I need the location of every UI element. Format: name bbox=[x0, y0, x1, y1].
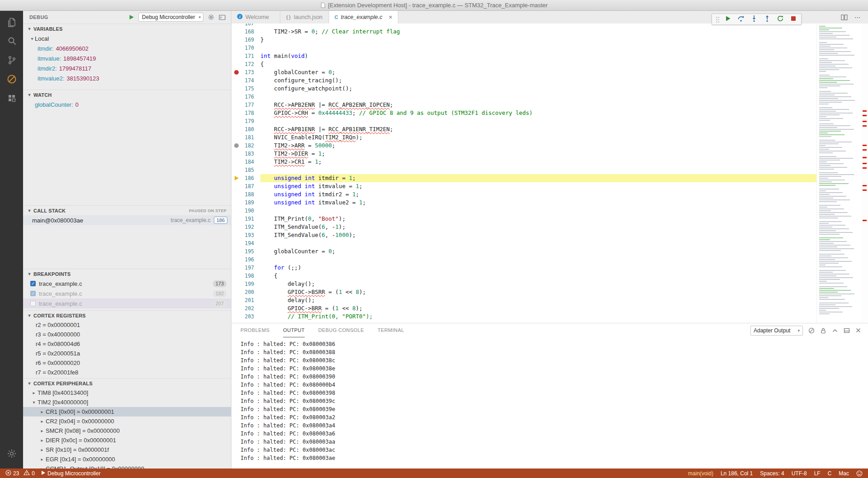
peripheral-register-row[interactable]: ▸CR2 [0x04] = 0x00000000 bbox=[23, 416, 231, 426]
editor-gutter[interactable]: 196 bbox=[231, 256, 260, 264]
stack-frame-row[interactable]: main@0x080003aetrace_example.c186 bbox=[23, 215, 231, 225]
peripheral-row[interactable]: ▸TIM8 [0x40013400] bbox=[23, 388, 231, 398]
clear-output-icon[interactable] bbox=[808, 327, 815, 334]
breakpoint-row[interactable]: trace_example.c207 bbox=[23, 298, 231, 308]
section-header-watch[interactable]: ▾ WATCH bbox=[23, 90, 231, 99]
tab-launch-json[interactable]: {}launch.json bbox=[280, 11, 329, 24]
scope-local[interactable]: ▾ Local bbox=[23, 33, 231, 43]
editor-gutter[interactable]: 176 bbox=[231, 93, 260, 101]
editor-gutter[interactable]: 175 bbox=[231, 85, 260, 93]
code-text[interactable]: GPIOC->CRH = 0x44444433; // GPIOC 8 and … bbox=[260, 109, 816, 117]
register-row[interactable]: r4 = 0x080004d6 bbox=[23, 339, 231, 349]
code-text[interactable]: ITM_Print(0, "Boot"); bbox=[260, 215, 816, 223]
stop-button[interactable] bbox=[789, 15, 798, 24]
step-over-button[interactable] bbox=[736, 15, 745, 24]
section-header-variables[interactable]: ▾ VARIABLES bbox=[23, 24, 231, 33]
activity-bar-explorer[interactable] bbox=[0, 14, 23, 33]
code-text[interactable]: ITM_SendValue(6, -1); bbox=[260, 223, 816, 231]
keymap-indicator[interactable]: Mac bbox=[839, 470, 849, 477]
toolbar-drag-handle[interactable] bbox=[715, 16, 719, 23]
restart-button[interactable] bbox=[776, 15, 785, 24]
register-row[interactable]: r3 = 0x40000000 bbox=[23, 330, 231, 339]
peripheral-register-row[interactable]: ▸EGR [0x14] = 0x00000000 bbox=[23, 454, 231, 464]
editor-gutter[interactable]: 178 bbox=[231, 109, 260, 117]
editor-gutter[interactable]: 173 bbox=[231, 68, 260, 76]
scroll-lock-icon[interactable] bbox=[820, 327, 826, 334]
breakpoint-checkbox[interactable]: ✓ bbox=[30, 281, 36, 286]
editor-gutter[interactable]: 167 bbox=[231, 24, 260, 28]
code-text[interactable] bbox=[260, 117, 816, 125]
editor-gutter[interactable]: 197 bbox=[231, 264, 260, 272]
problems-indicator[interactable]: 23 0 bbox=[5, 470, 35, 477]
code-text[interactable]: configure_tracing(); bbox=[260, 76, 816, 85]
more-actions-icon[interactable]: ⋯ bbox=[854, 14, 861, 21]
editor-gutter[interactable]: 195 bbox=[231, 247, 260, 256]
code-text[interactable]: TIM2->ARR = 50000; bbox=[260, 142, 816, 150]
code-text[interactable]: delay(); bbox=[260, 280, 816, 288]
peripheral-register-row[interactable]: ▸DIER [0x0c] = 0x00000001 bbox=[23, 435, 231, 445]
step-into-button[interactable] bbox=[750, 15, 759, 24]
disabled-breakpoint-icon[interactable] bbox=[234, 143, 239, 148]
step-out-button[interactable] bbox=[763, 15, 772, 24]
code-text[interactable]: unsigned int itmdir = 1; bbox=[260, 174, 816, 182]
code-text[interactable]: configure_watchpoint(); bbox=[260, 85, 816, 93]
code-text[interactable]: // ITM_Print(0, "PORT0"); bbox=[260, 312, 816, 321]
editor-gutter[interactable]: 201 bbox=[231, 296, 260, 304]
code-text[interactable]: int main(void) bbox=[260, 52, 816, 60]
close-panel-icon[interactable] bbox=[855, 327, 861, 333]
editor-gutter[interactable]: 199 bbox=[231, 280, 260, 288]
code-text[interactable]: delay(); bbox=[260, 296, 816, 304]
code-text[interactable]: globalCounter = 0; bbox=[260, 247, 816, 256]
register-row[interactable]: r6 = 0x00000020 bbox=[23, 358, 231, 368]
eol-indicator[interactable]: LF bbox=[814, 470, 821, 477]
register-row[interactable]: r5 = 0x2000051a bbox=[23, 349, 231, 358]
configure-gear-icon[interactable] bbox=[208, 14, 215, 21]
editor-gutter[interactable]: 198 bbox=[231, 272, 260, 280]
peripheral-register-row[interactable]: ▸CR1 [0x00] = 0x00000001 bbox=[23, 407, 231, 416]
breakpoint-icon[interactable] bbox=[234, 70, 239, 75]
current-symbol[interactable]: main(void) bbox=[688, 470, 713, 477]
editor-gutter[interactable]: 182 bbox=[231, 142, 260, 150]
activity-bar-search[interactable] bbox=[0, 33, 23, 52]
code-text[interactable]: RCC->APB1ENR |= RCC_APB1ENR_TIM2EN; bbox=[260, 125, 816, 133]
editor-gutter[interactable]: 185 bbox=[231, 166, 260, 174]
language-indicator[interactable]: C bbox=[828, 470, 832, 477]
breakpoint-checkbox[interactable]: ✓ bbox=[30, 291, 36, 296]
section-header-cortex-peripherals[interactable]: ▾ CORTEX PERIPHERALS bbox=[23, 378, 231, 388]
register-row[interactable]: r7 = 0x20001fe8 bbox=[23, 368, 231, 377]
editor-gutter[interactable]: 168 bbox=[231, 28, 260, 36]
code-text[interactable]: unsigned int itmvalue2 = 1; bbox=[260, 199, 816, 207]
settings-button[interactable] bbox=[0, 445, 23, 464]
code-text[interactable] bbox=[260, 207, 816, 215]
peripheral-register-row[interactable]: ▸SR [0x10] = 0x0000001f bbox=[23, 445, 231, 454]
editor-gutter[interactable]: 202 bbox=[231, 304, 260, 312]
code-text[interactable]: unsigned int itmvalue = 1; bbox=[260, 182, 816, 190]
tab-welcome[interactable]: iWelcome bbox=[231, 11, 280, 24]
editor-gutter[interactable]: 183 bbox=[231, 150, 260, 158]
editor-gutter[interactable]: 180 bbox=[231, 125, 260, 133]
code-text[interactable]: ITM_SendValue(6, -1000); bbox=[260, 231, 816, 239]
code-text[interactable] bbox=[260, 44, 816, 52]
activity-bar-extensions[interactable] bbox=[0, 90, 23, 109]
encoding-indicator[interactable]: UTF-8 bbox=[792, 470, 807, 477]
code-text[interactable]: globalCounter = 0; bbox=[260, 68, 816, 76]
code-text[interactable]: TIM2->DIER = 1; bbox=[260, 150, 816, 158]
section-header-cortex-registers[interactable]: ▾ CORTEX REGISTERS bbox=[23, 310, 231, 320]
feedback-smiley-icon[interactable] bbox=[856, 470, 863, 477]
variable-row[interactable]: itmvalue2:3815390123 bbox=[23, 73, 231, 83]
panel-tab-debug-console[interactable]: DEBUG CONSOLE bbox=[318, 323, 364, 337]
editor-gutter[interactable]: 172 bbox=[231, 60, 260, 68]
code-text[interactable]: { bbox=[260, 60, 816, 68]
debug-status-item[interactable]: Debug Microcontroller bbox=[41, 470, 100, 477]
indentation-indicator[interactable]: Spaces: 4 bbox=[760, 470, 784, 477]
editor-gutter[interactable]: 188 bbox=[231, 190, 260, 199]
maximize-panel-icon[interactable] bbox=[832, 327, 838, 334]
editor-gutter[interactable]: 190 bbox=[231, 207, 260, 215]
code-text[interactable]: unsigned int itmdir2 = 1; bbox=[260, 190, 816, 199]
panel-tab-terminal[interactable]: TERMINAL bbox=[377, 323, 404, 337]
code-text[interactable]: TIM2->SR = 0; // Clear interrupt flag bbox=[260, 28, 816, 36]
variable-row[interactable]: itmdir:4066950602 bbox=[23, 43, 231, 53]
editor-gutter[interactable]: 169 bbox=[231, 36, 260, 44]
minimap[interactable] bbox=[816, 24, 862, 323]
panel-tab-problems[interactable]: PROBLEMS bbox=[241, 323, 269, 337]
